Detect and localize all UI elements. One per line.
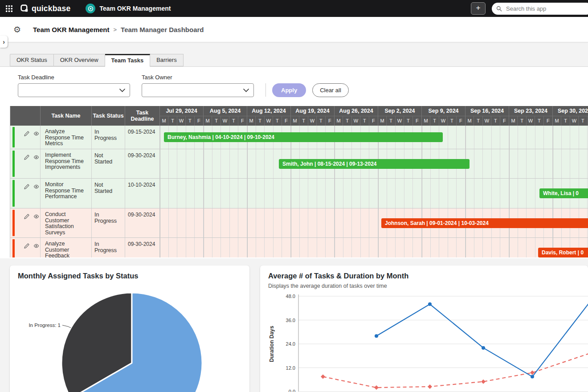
gantt-day-letter: T xyxy=(387,116,395,126)
clear-all-button[interactable]: Clear all xyxy=(312,83,349,97)
data-point-diamond xyxy=(374,385,379,390)
row-accent-bar xyxy=(12,127,15,147)
gantt-day-letter: W xyxy=(265,116,273,126)
quickbase-logo[interactable]: quickbase xyxy=(20,4,70,13)
gantt-row: Monitor Response Time PerformanceNot Sta… xyxy=(10,179,588,208)
gantt-day-letter: T xyxy=(168,116,177,126)
tab-team-tasks[interactable]: Team Tasks xyxy=(105,54,151,67)
gantt-bar[interactable]: Smith, John | 08-15-2024 | 09-13-2024 xyxy=(279,159,470,169)
tab-okr-overview[interactable]: OKR Overview xyxy=(54,54,105,66)
edit-pencil-icon[interactable] xyxy=(24,154,30,160)
gantt-bar[interactable]: Johnson, Sarah | 09-01-2024 | 10-03-2024 xyxy=(381,218,588,228)
gantt-day-letter: M xyxy=(204,116,212,126)
task-deadline-cell: 09-30-2024 xyxy=(125,149,160,178)
task-status-cell: In Progress xyxy=(92,208,125,237)
row-accent-bar xyxy=(12,180,15,207)
breadcrumb-page-title: Team Manager Dashboard xyxy=(121,26,204,33)
gantt-bar[interactable]: Davis, Robert | 0 xyxy=(538,248,588,257)
topbar-actions: + xyxy=(471,2,588,15)
app-search[interactable] xyxy=(492,3,588,15)
pie-callout-line xyxy=(62,325,71,328)
apply-button[interactable]: Apply xyxy=(272,83,306,97)
view-eye-icon[interactable] xyxy=(33,213,40,220)
y-tick-label: 48.0 xyxy=(286,294,295,299)
gantt-day-letter-row: MTWTF xyxy=(509,116,552,126)
task-name-cell: Implement Response Time Improvements xyxy=(41,149,92,178)
gantt-week-label: Aug 19, 2024 xyxy=(291,106,334,116)
row-icons xyxy=(24,154,40,160)
new-item-button[interactable]: + xyxy=(471,2,486,15)
gantt-day-letter: W xyxy=(396,116,404,126)
app-home-link[interactable]: Team OKR Management xyxy=(86,4,171,13)
task-owner-label: Task Owner xyxy=(142,74,254,81)
gantt-week-header: Sep 30, 2024MTWTF xyxy=(553,106,588,126)
data-point-diamond xyxy=(481,380,486,384)
breadcrumb-bar: ⚙ Team OKR Management > Team Manager Das… xyxy=(0,17,588,42)
gantt-week-header: Jul 29, 2024MTWTF xyxy=(160,106,204,126)
task-status-cell: Not Started xyxy=(92,179,125,208)
gantt-week-header: Aug 26, 2024MTWTF xyxy=(335,106,378,126)
task-owner-select[interactable] xyxy=(142,83,254,97)
gantt-day-letter-row: MTWTF xyxy=(160,116,203,126)
row-icons xyxy=(24,184,40,190)
gantt-day-letter: M xyxy=(335,116,343,126)
tab-okr-status[interactable]: OKR Status xyxy=(10,54,54,66)
edit-pencil-icon[interactable] xyxy=(24,131,30,137)
top-app-bar: quickbase Team OKR Management + xyxy=(0,0,588,17)
gantt-day-letter: M xyxy=(466,116,474,126)
quickbase-logo-icon xyxy=(20,4,29,12)
gantt-day-letter: M xyxy=(422,116,430,126)
y-tick-label: 36.0 xyxy=(286,318,295,323)
edit-pencil-icon[interactable] xyxy=(24,213,30,220)
gantt-timeline: Smith, John | 08-15-2024 | 09-13-2024 xyxy=(160,149,588,178)
gantt-week-label: Aug 5, 2024 xyxy=(204,106,247,116)
view-eye-icon[interactable] xyxy=(33,154,40,160)
edit-pencil-icon[interactable] xyxy=(24,184,30,190)
task-owner-filter: Task Owner xyxy=(142,74,254,97)
breadcrumb-app-link[interactable]: Team OKR Management xyxy=(33,26,109,33)
row-icons xyxy=(24,243,40,249)
gantt-week-label: Aug 26, 2024 xyxy=(335,106,378,116)
gantt-day-letter: W xyxy=(221,116,229,126)
gantt-day-letter: T xyxy=(212,116,220,126)
tab-barriers[interactable]: Barriers xyxy=(150,54,184,66)
gantt-day-letter: W xyxy=(483,116,491,126)
gantt-day-letter: T xyxy=(299,116,308,126)
y-tick-label: 0.0 xyxy=(289,389,295,392)
gantt-day-letter: F xyxy=(413,116,421,126)
gantt-day-letter: F xyxy=(369,116,378,126)
view-eye-icon[interactable] xyxy=(33,243,40,249)
task-deadline-select[interactable] xyxy=(18,83,130,97)
gantt-week-headers: Jul 29, 2024MTWTFAug 5, 2024MTWTFAug 12,… xyxy=(160,106,588,126)
settings-gear-icon[interactable]: ⚙ xyxy=(13,25,21,34)
gantt-day-letter: F xyxy=(500,116,509,126)
gantt-week-header: Sep 2, 2024MTWTF xyxy=(378,106,422,126)
gantt-week-header: Aug 19, 2024MTWTF xyxy=(291,106,335,126)
gantt-day-letter: M xyxy=(553,116,561,126)
sidebar-expand-handle[interactable]: › xyxy=(0,36,8,48)
gantt-bar[interactable]: Burney, Nashmia | 04-10-2024 | 09-10-202… xyxy=(164,132,443,142)
edit-pencil-icon[interactable] xyxy=(24,243,30,249)
gantt-day-letter: T xyxy=(273,116,282,126)
gantt-week-label: Jul 29, 2024 xyxy=(160,106,203,116)
gantt-header-controls-col xyxy=(10,106,41,126)
series-line-duration-solid xyxy=(376,296,588,377)
gantt-bar[interactable]: White, Lisa | 0 xyxy=(539,188,588,198)
gantt-body: Analyze Response Time MetricsIn Progress… xyxy=(10,126,588,257)
gantt-day-letter: T xyxy=(343,116,351,126)
task-name-cell: Analyze Customer Feedback xyxy=(41,238,92,257)
task-deadline-label: Task Deadline xyxy=(18,74,130,81)
pie-callout-label: In Progress: 1 xyxy=(29,323,61,328)
row-accent-bar xyxy=(12,210,15,236)
view-eye-icon[interactable] xyxy=(33,131,40,137)
gantt-row: Analyze Response Time MetricsIn Progress… xyxy=(10,126,588,149)
gantt-row: Conduct Customer Satisfaction SurveysIn … xyxy=(10,208,588,238)
search-input[interactable] xyxy=(505,5,574,12)
app-switcher-waffle-icon[interactable] xyxy=(0,5,18,12)
gantt-timeline: Johnson, Sarah | 09-01-2024 | 10-03-2024 xyxy=(160,208,588,237)
waffle-grid-icon xyxy=(6,5,12,12)
gantt-day-letter: F xyxy=(282,116,290,126)
app-name-label: Team OKR Management xyxy=(99,5,171,12)
view-eye-icon[interactable] xyxy=(33,184,40,190)
quickbase-brand-text: quickbase xyxy=(32,4,70,13)
